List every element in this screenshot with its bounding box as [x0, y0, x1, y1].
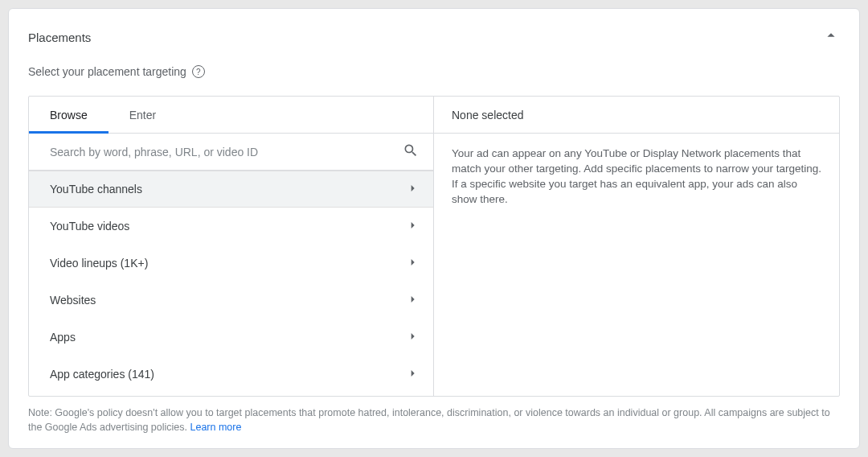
search-icon[interactable]	[403, 142, 419, 162]
list-item[interactable]: Websites	[29, 282, 433, 319]
list-item[interactable]: Apps	[29, 319, 433, 356]
collapse-icon[interactable]	[822, 27, 840, 47]
list-item[interactable]: YouTube channels	[29, 171, 433, 208]
footnote: Note: Google's policy doesn't allow you …	[28, 406, 840, 434]
chevron-right-icon	[406, 293, 419, 308]
help-icon[interactable]: ?	[192, 65, 205, 78]
list-item-label: Apps	[50, 331, 76, 344]
card-title: Placements	[28, 31, 91, 44]
chevron-right-icon	[406, 367, 419, 382]
chevron-right-icon	[406, 256, 419, 271]
list-item-label: Video lineups (1K+)	[50, 257, 148, 270]
list-item-label: Websites	[50, 294, 96, 307]
search-row	[29, 134, 433, 171]
tabs: Browse Enter	[29, 97, 433, 134]
list-item[interactable]: Video lineups (1K+)	[29, 245, 433, 282]
panels: Browse Enter YouTube channels YouTube vi…	[28, 96, 840, 397]
subtitle-row: Select your placement targeting ?	[28, 65, 840, 78]
tab-enter[interactable]: Enter	[108, 97, 177, 133]
list-item-label: YouTube videos	[50, 220, 129, 233]
tab-browse[interactable]: Browse	[29, 97, 108, 133]
category-list: YouTube channels YouTube videos Video li…	[29, 171, 433, 396]
list-item[interactable]: App categories (141)	[29, 356, 433, 393]
chevron-right-icon	[406, 219, 419, 234]
list-item-label: App categories (141)	[50, 368, 154, 381]
right-panel: None selected Your ad can appear on any …	[434, 97, 839, 396]
search-input[interactable]	[50, 146, 403, 159]
placements-card: Placements Select your placement targeti…	[8, 8, 860, 449]
list-item-label: YouTube channels	[50, 183, 142, 196]
chevron-right-icon	[406, 330, 419, 345]
card-header: Placements	[28, 27, 840, 47]
learn-more-link[interactable]: Learn more	[190, 422, 242, 433]
footnote-text: Note: Google's policy doesn't allow you …	[28, 407, 830, 433]
list-item[interactable]: YouTube videos	[29, 208, 433, 245]
selection-header: None selected	[434, 97, 839, 134]
chevron-right-icon	[406, 182, 419, 197]
selection-body: Your ad can appear on any YouTube or Dis…	[434, 134, 839, 220]
subtitle-text: Select your placement targeting	[28, 65, 186, 78]
left-panel: Browse Enter YouTube channels YouTube vi…	[29, 97, 434, 396]
